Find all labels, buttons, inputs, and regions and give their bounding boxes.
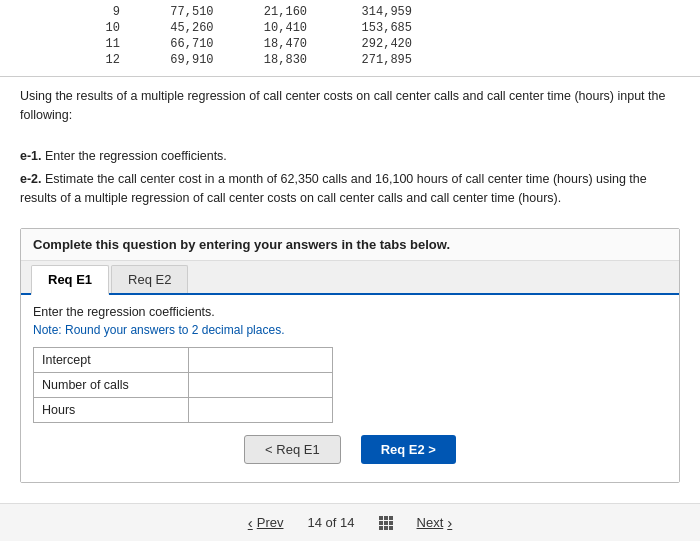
hours-label: Hours [34,397,189,422]
prev-button[interactable]: Prev [248,514,284,531]
bottom-nav: Prev 14 of 14 Next [0,503,700,541]
main-container: 977,51021,160314,9591045,26010,410153,68… [0,0,700,541]
data-table: 977,51021,160314,9591045,26010,410153,68… [80,4,420,68]
next-arrow-icon [447,514,452,531]
description-intro: Using the results of a multiple regressi… [20,87,680,125]
tab-content: Enter the regression coefficients. Note:… [21,295,679,482]
prev-label: Prev [257,515,284,530]
tabs-row: Req E1 Req E2 [21,261,679,295]
page-info: 14 of 14 [307,515,354,530]
table-row-intercept: Intercept [34,347,333,372]
btn-req-e1[interactable]: < Req E1 [244,435,341,464]
action-buttons: < Req E1 Req E2 > [33,423,667,472]
calls-label: Number of calls [34,372,189,397]
next-label: Next [417,515,444,530]
tab-instruction: Enter the regression coefficients. [33,305,667,319]
tab-note: Note: Round your answers to 2 decimal pl… [33,323,667,337]
table-row: 1269,91018,830271,895 [80,52,420,68]
e2-label: e-2. [20,172,42,186]
question-header: Complete this question by entering your … [21,229,679,261]
table-row-calls: Number of calls [34,372,333,397]
e2-text: Estimate the call center cost in a month… [20,172,647,205]
hours-input-cell[interactable] [189,397,333,422]
table-row-hours: Hours [34,397,333,422]
tab-req-e2[interactable]: Req E2 [111,265,188,293]
table-row: 1045,26010,410153,685 [80,20,420,36]
intercept-input[interactable] [197,352,324,368]
description-e1: e-1. Enter the regression coefficients. [20,147,680,166]
btn-req-e2[interactable]: Req E2 > [361,435,456,464]
grid-icon[interactable] [379,516,393,530]
regression-table: Intercept Number of calls [33,347,333,423]
calls-input-cell[interactable] [189,372,333,397]
intercept-input-cell[interactable] [189,347,333,372]
table-row: 977,51021,160314,959 [80,4,420,20]
table-section: 977,51021,160314,9591045,26010,410153,68… [0,0,700,77]
description-section: Using the results of a multiple regressi… [0,77,700,220]
next-button[interactable]: Next [417,514,453,531]
question-box: Complete this question by entering your … [20,228,680,483]
calls-input[interactable] [197,377,324,393]
intercept-label: Intercept [34,347,189,372]
e1-label: e-1. [20,149,42,163]
e1-text: Enter the regression coefficients. [45,149,227,163]
description-e2: e-2. Estimate the call center cost in a … [20,170,680,208]
prev-arrow-icon [248,514,253,531]
hours-input[interactable] [197,402,324,418]
tab-req-e1[interactable]: Req E1 [31,265,109,295]
table-row: 1166,71018,470292,420 [80,36,420,52]
